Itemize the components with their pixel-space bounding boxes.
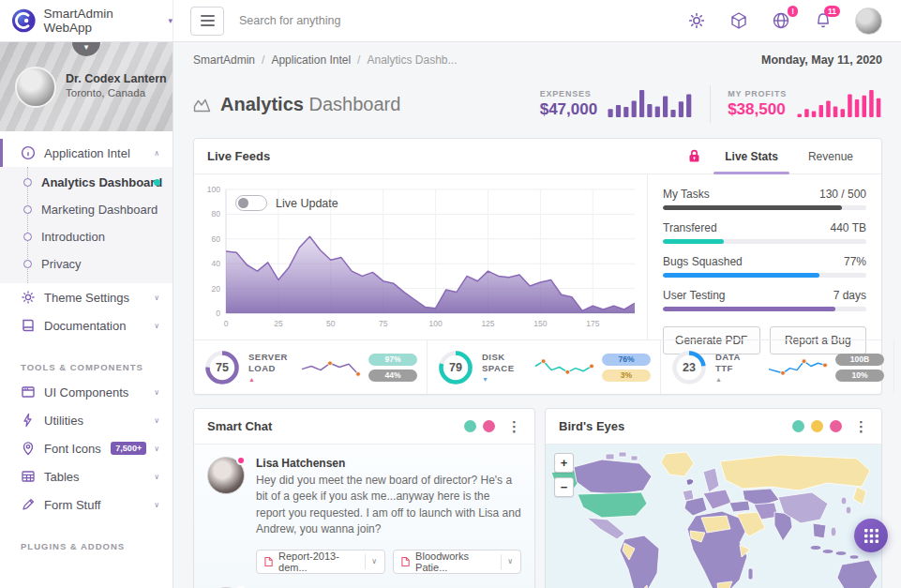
data-ttf-sparkline — [766, 354, 828, 381]
breadcrumb-current: Analytics Dashb... — [367, 53, 457, 67]
hamburger-button[interactable] — [190, 7, 224, 36]
sidebar-item-analytics-dashboard[interactable]: Analytics Dashboard — [0, 169, 173, 196]
live-feeds-title: Live Feeds — [207, 149, 270, 163]
sidebar-item-utilities[interactable]: Utilities ∨ — [0, 406, 173, 434]
attachment-report[interactable]: Report-2013-dem... ∨ — [256, 550, 385, 574]
chat-message: Lisa Hatchensen Hey did you meet the new… — [207, 457, 521, 538]
alerts-badge: 11 — [824, 6, 840, 17]
status-dot-teal[interactable] — [464, 420, 476, 432]
info-circle-icon — [21, 145, 36, 160]
live-update-toggle[interactable] — [235, 195, 267, 211]
sidebar-item-theme-settings[interactable]: Theme Settings ∨ — [0, 283, 173, 311]
pdf-file-icon — [401, 556, 410, 567]
status-dot-yellow[interactable] — [811, 420, 823, 432]
sidebar-item-form-stuff[interactable]: Form Stuff ∨ — [0, 490, 173, 519]
application-intel-submenu: Analytics Dashboard Marketing Dashboard … — [0, 167, 173, 283]
sidebar-item-font-icons[interactable]: Font Icons 7,500+ ∨ — [0, 434, 173, 462]
profile-name: Dr. Codex Lantern — [66, 72, 167, 85]
sidebar-item-documentation[interactable]: Documentation ∨ — [0, 311, 173, 339]
expenses-sparkbars — [607, 88, 693, 120]
status-dot-teal[interactable] — [792, 420, 804, 432]
globe-messages-icon[interactable]: ! — [771, 10, 791, 31]
kebab-menu-icon[interactable]: ⋮ — [507, 418, 521, 435]
attachment-bloodworks[interactable]: Bloodworks Patie... ∨ — [393, 550, 521, 574]
page-title: Analytics Dashboard — [193, 94, 400, 115]
svg-text:50: 50 — [326, 319, 336, 328]
apps-cube-icon[interactable] — [728, 10, 749, 31]
bell-icon[interactable]: 11 — [813, 10, 833, 31]
breadcrumb-application-intel[interactable]: Application Intel — [271, 53, 351, 67]
svg-text:150: 150 — [533, 319, 547, 328]
chevron-up-icon: ∧ — [154, 149, 159, 158]
sidebar-item-application-intel[interactable]: Application Intel ∧ — [0, 139, 173, 167]
grid-icon — [864, 529, 878, 543]
stat-my-tasks: My Tasks130 / 500 — [663, 188, 866, 210]
sidebar: ▾ Dr. Codex Lantern Toronto, Canada Appl… — [0, 42, 173, 588]
svg-text:75: 75 — [379, 319, 388, 328]
topbar: SmartAdmin WebApp ▾ ! 11 — [0, 0, 901, 42]
map-zoom-out-button[interactable]: − — [554, 477, 574, 497]
badge: 10% — [835, 369, 884, 382]
badge: 76% — [602, 354, 651, 366]
chevron-down-icon: ∨ — [154, 445, 159, 453]
live-update-label: Live Update — [276, 197, 338, 210]
birds-eyes-panel: Bird's Eyes ⋮ + − — [545, 408, 882, 588]
svg-text:175: 175 — [586, 319, 599, 328]
stat-tiles-row: 75 SERVERLOAD▲ 97% 44% 79 DISKSPACE▼ 76%… — [194, 339, 881, 394]
pdf-file-icon — [264, 556, 273, 567]
svg-text:0: 0 — [216, 309, 220, 318]
book-icon — [21, 318, 36, 333]
chevron-down-icon: ∨ — [154, 416, 159, 425]
breadcrumb-smartadmin[interactable]: SmartAdmin — [193, 53, 255, 67]
user-avatar[interactable] — [855, 8, 882, 35]
brand-name: SmartAdmin WebApp — [44, 7, 159, 35]
app-launcher-button[interactable] — [854, 519, 888, 552]
sidebar-item-privacy[interactable]: Privacy — [0, 250, 173, 278]
table-icon — [21, 469, 36, 484]
chat-body: Lisa Hatchensen Hey did you meet the new… — [194, 445, 534, 588]
tab-live-stats[interactable]: Live Stats — [710, 139, 793, 173]
disk-space-sparkline — [533, 354, 594, 381]
search-input[interactable] — [239, 14, 520, 27]
area-chart-icon — [193, 97, 211, 113]
sidebar-item-marketing-dashboard[interactable]: Marketing Dashboard — [0, 196, 173, 223]
sidebar-nav: Application Intel ∧ Analytics Dashboard … — [0, 131, 173, 557]
expenses-label: EXPENSES — [540, 89, 597, 98]
main-content: SmartAdmin / Application Intel / Analyti… — [174, 42, 901, 588]
sidebar-item-tables[interactable]: Tables ∨ — [0, 462, 173, 490]
chevron-down-icon: ∨ — [371, 557, 377, 565]
logo-icon — [11, 8, 37, 34]
brand[interactable]: SmartAdmin WebApp ▾ — [0, 0, 173, 41]
font-icons-count-badge: 7,500+ — [111, 442, 146, 455]
smart-chat-title: Smart Chat — [207, 419, 272, 433]
badge: 100B — [835, 354, 884, 366]
svg-text:25: 25 — [274, 319, 283, 328]
profits-label: MY PROFITS — [728, 89, 787, 98]
kebab-menu-icon[interactable]: ⋮ — [854, 418, 868, 435]
settings-gear-icon[interactable] — [686, 10, 707, 31]
profits-value: $38,500 — [728, 100, 787, 119]
world-map[interactable]: + − — [546, 445, 881, 588]
live-chart-area: Live Update 0204060801000255075100125150… — [194, 174, 647, 339]
tile-data-ttf: 23 DATATTF▲ 100B 10% — [660, 340, 893, 394]
profile-card: ▾ Dr. Codex Lantern Toronto, Canada — [0, 42, 173, 131]
status-dot-pink[interactable] — [483, 420, 495, 432]
map-zoom-in-button[interactable]: + — [554, 453, 574, 473]
badge: 97% — [368, 354, 417, 366]
stat-bugs-squashed: Bugs Squashed77% — [663, 255, 866, 278]
svg-text:100: 100 — [428, 319, 442, 328]
gear-icon — [21, 290, 36, 305]
tab-revenue[interactable]: Revenue — [793, 139, 868, 173]
live-feeds-tabs: Live Stats Revenue — [688, 139, 868, 173]
avatar[interactable] — [15, 67, 56, 108]
sidebar-item-introduction[interactable]: Introduction — [0, 223, 173, 250]
status-dot-pink[interactable] — [830, 420, 842, 432]
chevron-down-icon: ▾ — [168, 16, 173, 25]
chevron-down-icon: ∨ — [507, 557, 513, 565]
smart-chat-panel: Smart Chat ⋮ Lisa Hatchensen Hey did you… — [193, 408, 535, 588]
svg-text:20: 20 — [212, 284, 221, 294]
profile-collapse-button[interactable]: ▾ — [72, 40, 100, 56]
sidebar-item-ui-components[interactable]: UI Components ∨ — [0, 378, 173, 406]
live-feeds-panel: Live Feeds Live Stats Revenue Live Updat… — [193, 138, 882, 395]
svg-text:40: 40 — [212, 259, 221, 268]
